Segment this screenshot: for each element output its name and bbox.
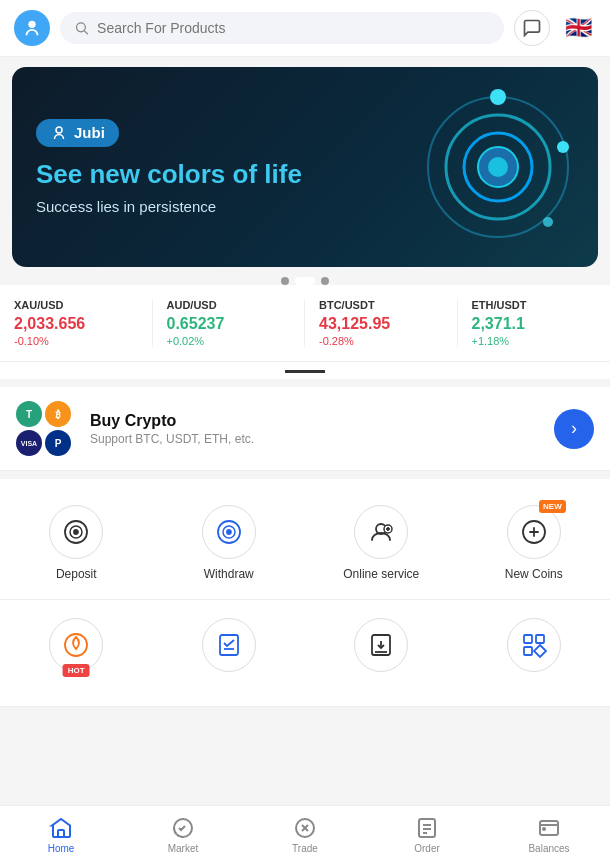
visa-icon: VISA: [16, 430, 42, 456]
svg-point-17: [227, 530, 231, 534]
hot-item-button[interactable]: HOT: [0, 608, 153, 690]
ticker-price-2: 43,125.95: [319, 315, 443, 333]
new-coins-button[interactable]: NEW New Coins: [458, 495, 611, 591]
ticker-pair-2: BTC/USDT: [319, 299, 443, 311]
quick-actions-row1: Deposit Withdraw Online service: [0, 479, 610, 600]
dot-2[interactable]: [295, 277, 315, 285]
tether-icon: T: [16, 401, 42, 427]
item3-button[interactable]: [305, 608, 458, 690]
svg-point-10: [557, 141, 569, 153]
buy-crypto-subtitle: Support BTC, USDT, ETH, etc.: [90, 432, 554, 446]
nav-trade[interactable]: Trade: [244, 806, 366, 862]
ticker-change-2: -0.28%: [319, 335, 443, 347]
ticker-change-3: +1.18%: [472, 335, 597, 347]
buy-crypto-arrow[interactable]: ›: [554, 409, 594, 449]
search-bar[interactable]: [60, 12, 504, 44]
svg-point-1: [77, 23, 86, 32]
chat-icon[interactable]: [514, 10, 550, 46]
withdraw-icon-wrap: [202, 505, 256, 559]
buy-crypto-text: Buy Crypto Support BTC, USDT, ETH, etc.: [90, 412, 554, 446]
nav-order[interactable]: Order: [366, 806, 488, 862]
ticker-ethusdt[interactable]: ETH/USDT 2,371.1 +1.18%: [458, 299, 611, 347]
ticker-indicator: [285, 370, 325, 373]
nav-home[interactable]: Home: [0, 806, 122, 862]
search-input[interactable]: [97, 20, 490, 36]
banner-decoration: [418, 87, 578, 247]
nav-home-label: Home: [48, 843, 75, 854]
bottom-navigation: Home Market Trade Order Balances: [0, 805, 610, 862]
new-coins-label: New Coins: [505, 567, 563, 581]
ticker-pair-1: AUD/USD: [167, 299, 291, 311]
hot-icon: [62, 631, 90, 659]
header: 🇬🇧: [0, 0, 610, 57]
brand-name: Jubi: [74, 124, 105, 141]
online-service-label: Online service: [343, 567, 419, 581]
ticker-pair-3: ETH/USDT: [472, 299, 597, 311]
banner-subtitle: Success lies in persistence: [36, 198, 302, 215]
buy-crypto-banner[interactable]: T ₿ VISA P Buy Crypto Support BTC, USDT,…: [0, 387, 610, 471]
download-box-icon: [367, 631, 395, 659]
trade-icon: [293, 816, 317, 840]
withdraw-icon: [215, 518, 243, 546]
jubi-logo-icon: [50, 124, 68, 142]
brand-badge: Jubi: [36, 119, 119, 147]
home-icon: [49, 816, 73, 840]
svg-rect-30: [536, 635, 544, 643]
svg-point-8: [488, 157, 508, 177]
quick-actions-row2: HOT: [0, 600, 610, 707]
online-service-icon-wrap: [354, 505, 408, 559]
deposit-button[interactable]: Deposit: [0, 495, 153, 591]
paypal-icon: P: [45, 430, 71, 456]
svg-point-14: [74, 530, 78, 534]
ticker-change-0: -0.10%: [14, 335, 138, 347]
nav-market[interactable]: Market: [122, 806, 244, 862]
order-icon: [415, 816, 439, 840]
new-coins-icon-wrap: NEW: [507, 505, 561, 559]
buy-crypto-title: Buy Crypto: [90, 412, 554, 430]
bitcoin-icon: ₿: [45, 401, 71, 427]
svg-point-9: [490, 89, 506, 105]
balances-icon: [537, 816, 561, 840]
ticker-change-1: +0.02%: [167, 335, 291, 347]
ticker-price-1: 0.65237: [167, 315, 291, 333]
online-service-button[interactable]: Online service: [305, 495, 458, 591]
dot-3[interactable]: [321, 277, 329, 285]
crypto-icon-group: T ₿ VISA P: [16, 401, 76, 456]
promo-banner: Jubi See new colors of life Success lies…: [12, 67, 598, 267]
ticker-price-3: 2,371.1: [472, 315, 597, 333]
market-icon: [171, 816, 195, 840]
header-icons: 🇬🇧: [514, 10, 596, 46]
app-logo[interactable]: [14, 10, 50, 46]
svg-point-3: [56, 127, 62, 133]
nav-balances[interactable]: Balances: [488, 806, 610, 862]
deposit-label: Deposit: [56, 567, 97, 581]
ticker-xauusd[interactable]: XAU/USD 2,033.656 -0.10%: [0, 299, 153, 347]
online-service-icon: [367, 518, 395, 546]
nav-trade-label: Trade: [292, 843, 318, 854]
banner-dots: [0, 277, 610, 285]
item2-icon-wrap: [202, 618, 256, 672]
svg-point-0: [28, 21, 35, 28]
hot-icon-wrap: HOT: [49, 618, 103, 672]
hot-badge: HOT: [63, 664, 90, 677]
deposit-icon-wrap: [49, 505, 103, 559]
withdraw-button[interactable]: Withdraw: [153, 495, 306, 591]
svg-rect-31: [524, 647, 532, 655]
item4-button[interactable]: [458, 608, 611, 690]
nav-balances-label: Balances: [528, 843, 569, 854]
checklist-icon: [215, 631, 243, 659]
ticker-audusd[interactable]: AUD/USD 0.65237 +0.02%: [153, 299, 306, 347]
item2-button[interactable]: [153, 608, 306, 690]
svg-rect-29: [524, 635, 532, 643]
svg-line-2: [84, 31, 87, 34]
deposit-icon: [62, 518, 90, 546]
dot-1[interactable]: [281, 277, 289, 285]
banner-title: See new colors of life: [36, 159, 302, 190]
svg-point-41: [543, 828, 545, 830]
ticker-btcusdt[interactable]: BTC/USDT 43,125.95 -0.28%: [305, 299, 458, 347]
nav-order-label: Order: [414, 843, 440, 854]
logo-icon: [21, 17, 43, 39]
ticker-price-0: 2,033.656: [14, 315, 138, 333]
withdraw-label: Withdraw: [204, 567, 254, 581]
language-flag[interactable]: 🇬🇧: [560, 10, 596, 46]
